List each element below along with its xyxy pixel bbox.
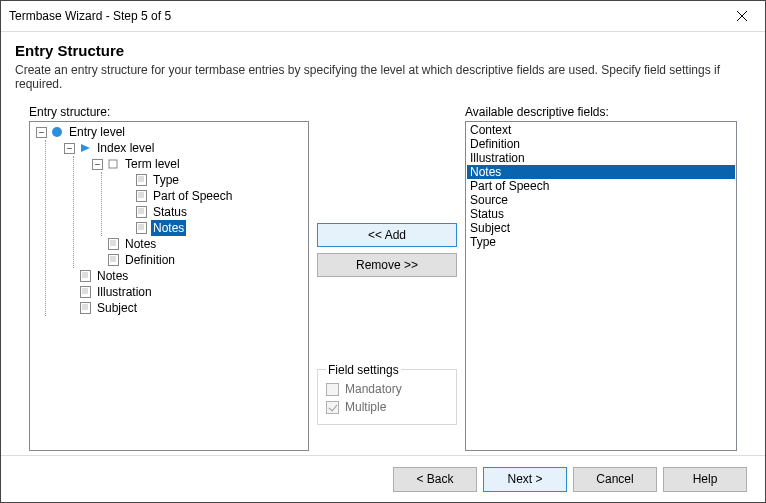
- page-description: Create an entry structure for your termb…: [15, 63, 751, 91]
- tree-field-pos[interactable]: Part of Speech: [120, 188, 306, 204]
- field-icon: [134, 205, 148, 219]
- tree-field-definition[interactable]: Definition: [92, 252, 306, 268]
- checkbox-label: Multiple: [345, 400, 386, 414]
- svg-rect-29: [80, 271, 90, 282]
- page-header: Entry Structure Create an entry structur…: [1, 32, 765, 105]
- next-button[interactable]: Next >: [483, 467, 567, 492]
- tree-label: Subject: [95, 300, 139, 316]
- svg-rect-9: [136, 191, 146, 202]
- remove-button[interactable]: Remove >>: [317, 253, 457, 277]
- window-title: Termbase Wizard - Step 5 of 5: [9, 9, 719, 23]
- available-item[interactable]: Source: [467, 193, 735, 207]
- tree-label: Definition: [123, 252, 177, 268]
- available-item[interactable]: Subject: [467, 221, 735, 235]
- checkbox-label: Mandatory: [345, 382, 402, 396]
- tree-label: Notes: [123, 236, 158, 252]
- tree-label: Entry level: [67, 124, 127, 140]
- entry-structure-tree[interactable]: − Entry level − Index level: [29, 121, 309, 451]
- tree-field-type[interactable]: Type: [120, 172, 306, 188]
- wizard-window: Termbase Wizard - Step 5 of 5 Entry Stru…: [0, 0, 766, 503]
- index-level-icon: [78, 141, 92, 155]
- collapse-icon[interactable]: −: [92, 159, 103, 170]
- mandatory-checkbox[interactable]: Mandatory: [326, 380, 448, 398]
- svg-point-2: [52, 127, 62, 137]
- wizard-body: Entry structure: − Entry level: [1, 105, 765, 455]
- tree-entry-level[interactable]: − Entry level: [36, 124, 306, 140]
- available-fields-list[interactable]: ContextDefinitionIllustrationNotesPart o…: [465, 121, 737, 451]
- checkbox-icon: [326, 401, 339, 414]
- entry-structure-col: Entry structure: − Entry level: [29, 105, 309, 451]
- tree-field-illustration[interactable]: Illustration: [64, 284, 306, 300]
- page-heading: Entry Structure: [15, 42, 751, 59]
- titlebar: Termbase Wizard - Step 5 of 5: [1, 1, 765, 32]
- field-icon: [78, 285, 92, 299]
- field-settings-title: Field settings: [326, 363, 401, 377]
- tree-field-notes-term[interactable]: Notes: [120, 220, 306, 236]
- field-icon: [134, 189, 148, 203]
- svg-rect-21: [108, 239, 118, 250]
- tree-label: Notes: [151, 220, 186, 236]
- field-icon: [78, 269, 92, 283]
- middle-col: << Add Remove >> Field settings Mandator…: [317, 105, 457, 451]
- available-fields-label: Available descriptive fields:: [465, 105, 737, 119]
- svg-rect-37: [80, 303, 90, 314]
- collapse-icon[interactable]: −: [36, 127, 47, 138]
- svg-rect-33: [80, 287, 90, 298]
- tree-field-subject[interactable]: Subject: [64, 300, 306, 316]
- add-button[interactable]: << Add: [317, 223, 457, 247]
- svg-rect-13: [136, 207, 146, 218]
- svg-rect-5: [136, 175, 146, 186]
- svg-rect-25: [108, 255, 118, 266]
- tree-root: − Entry level − Index level: [30, 122, 308, 318]
- cancel-button[interactable]: Cancel: [573, 467, 657, 492]
- available-item[interactable]: Illustration: [467, 151, 735, 165]
- entry-level-icon: [50, 125, 64, 139]
- tree-label: Notes: [95, 268, 130, 284]
- term-level-icon: [106, 157, 120, 171]
- svg-rect-4: [109, 160, 117, 168]
- tree-index-level[interactable]: − Index level: [64, 140, 306, 156]
- close-icon: [737, 11, 747, 21]
- tree-label: Index level: [95, 140, 156, 156]
- tree-field-notes-entry[interactable]: Notes: [64, 268, 306, 284]
- available-item[interactable]: Part of Speech: [467, 179, 735, 193]
- tree-label: Type: [151, 172, 181, 188]
- field-icon: [106, 237, 120, 251]
- back-button[interactable]: < Back: [393, 467, 477, 492]
- tree-label: Status: [151, 204, 189, 220]
- collapse-icon[interactable]: −: [64, 143, 75, 154]
- field-icon: [134, 173, 148, 187]
- help-button[interactable]: Help: [663, 467, 747, 492]
- svg-rect-17: [136, 223, 146, 234]
- field-settings-group: Field settings Mandatory Multiple: [317, 369, 457, 425]
- tree-label: Part of Speech: [151, 188, 234, 204]
- tree-term-level[interactable]: − Term level: [92, 156, 306, 172]
- tree-label: Term level: [123, 156, 182, 172]
- available-item[interactable]: Definition: [467, 137, 735, 151]
- available-item[interactable]: Context: [467, 123, 735, 137]
- tree-field-notes-index[interactable]: Notes: [92, 236, 306, 252]
- entry-structure-label: Entry structure:: [29, 105, 309, 119]
- checkbox-icon: [326, 383, 339, 396]
- tree-field-status[interactable]: Status: [120, 204, 306, 220]
- tree-label: Illustration: [95, 284, 154, 300]
- svg-marker-3: [81, 144, 90, 152]
- multiple-checkbox[interactable]: Multiple: [326, 398, 448, 416]
- available-item[interactable]: Type: [467, 235, 735, 249]
- field-icon: [78, 301, 92, 315]
- field-icon: [106, 253, 120, 267]
- available-item[interactable]: Notes: [467, 165, 735, 179]
- close-button[interactable]: [719, 4, 765, 28]
- wizard-footer: < Back Next > Cancel Help: [1, 455, 765, 502]
- available-item[interactable]: Status: [467, 207, 735, 221]
- available-fields-col: Available descriptive fields: ContextDef…: [465, 105, 737, 451]
- field-icon: [134, 221, 148, 235]
